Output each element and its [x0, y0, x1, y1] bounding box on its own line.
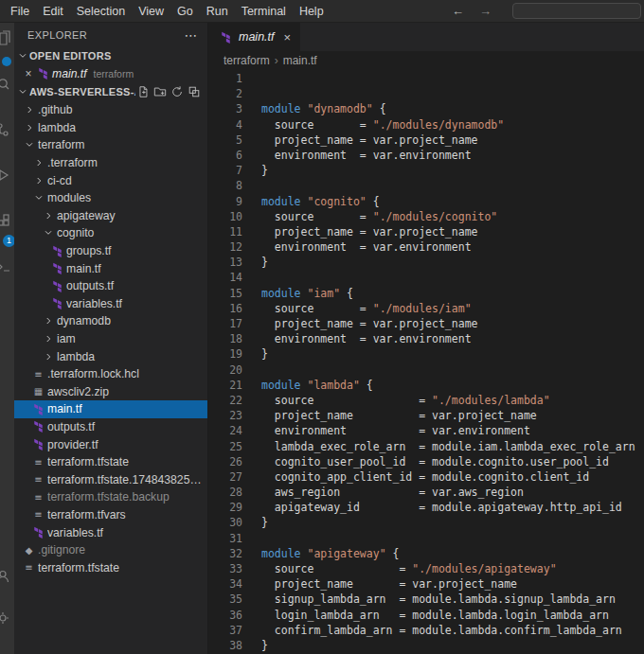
tree-item-terraform-tfstate[interactable]: ≡terraform.tfstate [14, 453, 207, 471]
tree-item-main-tf[interactable]: main.tf [14, 400, 207, 418]
line-text: aws_region = var.aws_region [242, 485, 524, 500]
line-text: module "cognito" { [242, 194, 380, 209]
command-search-input[interactable] [512, 3, 641, 19]
menu-selection[interactable]: Selection [70, 5, 132, 18]
tree-item-iam[interactable]: iam [14, 330, 207, 348]
line-text [242, 362, 261, 378]
menu-view[interactable]: View [132, 5, 170, 18]
tree-item-terraform-lock-hcl[interactable]: ≡.terraform.lock.hcl [14, 365, 207, 383]
extensions-icon[interactable] [0, 212, 11, 229]
line-number: 2 [208, 86, 242, 101]
run-debug-icon[interactable] [0, 167, 11, 184]
line-text: module "lambda" { [242, 378, 373, 393]
collapse-folders-icon[interactable] [187, 84, 202, 99]
tree-item-lambda[interactable]: lambda [14, 119, 207, 137]
code-line: 29 apigateway_id = module.apigateway.htt… [208, 500, 644, 515]
tab-main-tf[interactable]: main.tf × [208, 23, 301, 51]
close-icon[interactable]: × [284, 30, 292, 44]
line-text: environment = var.environment [242, 331, 472, 346]
tree-item-apigateway[interactable]: apigateway [14, 207, 207, 225]
tree-item-label: terraform.tfstate.backup [47, 490, 173, 504]
tree-item-cognito[interactable]: cognito [14, 224, 207, 242]
menu-file[interactable]: File [4, 5, 36, 18]
menu-run[interactable]: Run [200, 5, 235, 18]
line-text [242, 86, 261, 101]
tree-item-groups-tf[interactable]: groups.tf [14, 242, 207, 260]
tree-item-dynamodb[interactable]: dynamodb [14, 312, 207, 330]
tree-item-github[interactable]: .github [14, 101, 207, 119]
menu-go[interactable]: Go [170, 5, 200, 18]
tree-item-variables-tf[interactable]: variables.tf [14, 523, 207, 541]
open-editor-item[interactable]: × main.tf terraform [14, 64, 207, 82]
terraform-file-icon [31, 438, 45, 451]
line-number: 36 [208, 608, 242, 623]
code-line: 22 source = "./modules/lambda" [208, 393, 644, 408]
close-icon[interactable]: × [22, 67, 35, 80]
line-text: project_name = var.project_name [242, 133, 477, 148]
new-file-icon[interactable] [135, 84, 151, 99]
project-section-header[interactable]: AWS-SERVERLESS-A... [14, 82, 207, 101]
settings-gear-icon[interactable] [0, 610, 11, 627]
remote-icon[interactable] [0, 257, 11, 274]
tree-item-ci-cd[interactable]: ci-cd [14, 171, 207, 189]
search-icon[interactable] [0, 76, 11, 93]
new-folder-icon[interactable] [152, 84, 168, 99]
source-control-badge: 1 [3, 235, 14, 247]
tree-item-awscliv2-zip[interactable]: ▦awscliv2.zip [14, 383, 207, 401]
workbench: 1 EXPLORER ⋯ OPEN EDITORS × main.tf terr… [0, 23, 644, 654]
tree-item-terraform[interactable]: .terraform [14, 154, 207, 172]
breadcrumb-item-main-tf[interactable]: main.tf [283, 54, 317, 67]
line-number: 24 [208, 423, 242, 438]
tree-item-gitignore[interactable]: ◆.gitignore [14, 541, 207, 559]
code-line: 7} [208, 163, 644, 178]
tree-item-label: main.tf [47, 402, 86, 415]
line-number: 9 [208, 194, 242, 209]
line-text: cognito_user_pool_id = module.cognito.us… [242, 454, 609, 469]
terraform-file-icon [50, 262, 64, 274]
forward-arrow-icon[interactable]: → [472, 4, 499, 18]
tree-item-modules[interactable]: modules [14, 189, 207, 207]
tree-item-outputs-tf[interactable]: outputs.tf [14, 277, 207, 295]
tree-item-main-tf[interactable]: main.tf [14, 259, 207, 277]
files-icon[interactable] [0, 30, 11, 47]
account-icon[interactable] [0, 568, 11, 585]
chevron-down-icon [41, 227, 55, 239]
more-actions-icon[interactable]: ⋯ [185, 27, 198, 43]
tree-item-terraform-tfstate[interactable]: ≡terraform.tfstate [14, 558, 207, 576]
tree-item-label: lambda [57, 350, 98, 363]
lines-file-icon: ≡ [31, 492, 45, 503]
breadcrumb-item-terraform[interactable]: terraform [224, 54, 270, 67]
menu-edit[interactable]: Edit [36, 5, 70, 18]
code-line: 10 source = "./modules/cognito" [208, 209, 644, 224]
activity-bar: 1 [0, 23, 14, 654]
menu-terminal[interactable]: Terminal [235, 5, 293, 18]
line-number: 26 [208, 454, 242, 469]
line-text: } [242, 163, 268, 178]
terraform-file-icon [50, 245, 64, 257]
line-number: 37 [208, 623, 242, 638]
line-number: 33 [208, 561, 242, 576]
tree-item-lambda[interactable]: lambda [14, 347, 207, 365]
tree-item-terraform-tfstate-1748438256-bac[interactable]: ≡terraform.tfstate.1748438256.bac... [14, 470, 207, 488]
line-text: source = "./modules/iam" [242, 301, 472, 316]
tree-item-terraform-tfstate-backup[interactable]: ≡terraform.tfstate.backup [14, 488, 207, 506]
open-editors-header[interactable]: OPEN EDITORS [14, 47, 207, 64]
tree-item-variables-tf[interactable]: variables.tf [14, 295, 207, 313]
tree-item-provider-tf[interactable]: provider.tf [14, 435, 207, 453]
tree-item-label: provider.tf [47, 438, 102, 451]
line-text: project_name = var.project_name [242, 576, 517, 592]
back-arrow-icon[interactable]: ← [444, 4, 472, 18]
breadcrumb-separator-icon: › [270, 54, 283, 67]
line-text: login_lambda_arn = module.lambda.login_l… [242, 608, 609, 623]
menu-help[interactable]: Help [293, 5, 331, 18]
code-area[interactable]: 123module "dynamodb" {4 source = "./modu… [208, 70, 644, 654]
refresh-explorer-icon[interactable] [170, 84, 185, 99]
source-control-icon[interactable] [0, 121, 11, 138]
line-text: source = "./modules/cognito" [242, 209, 497, 224]
tree-item-terraform-tfvars[interactable]: ≡terraform.tfvars [14, 506, 207, 524]
line-number: 7 [208, 163, 242, 178]
tree-item-outputs-tf[interactable]: outputs.tf [14, 418, 207, 436]
tree-item-terraform[interactable]: terraform [14, 136, 207, 154]
code-line: 32module "apigateway" { [208, 546, 644, 561]
line-text: project_name = var.project_name [242, 408, 537, 423]
